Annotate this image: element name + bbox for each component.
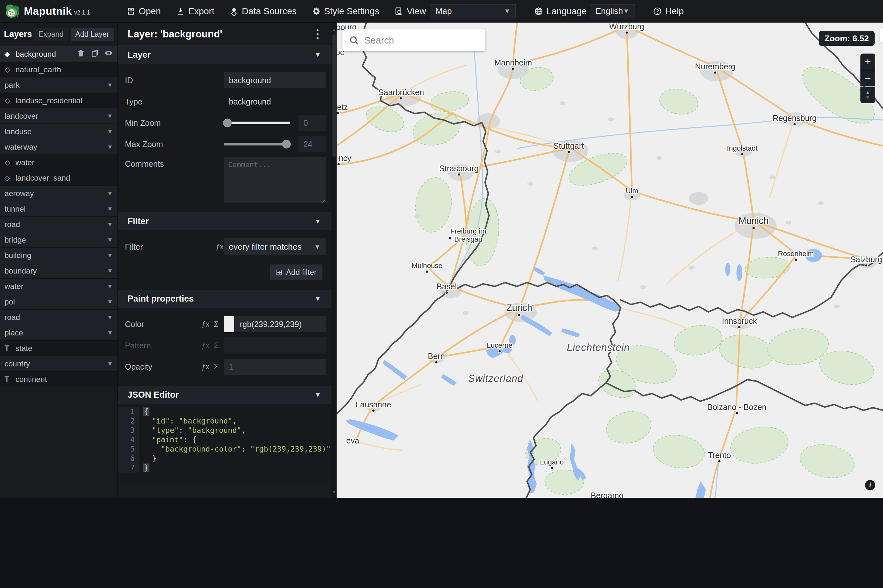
sigma-icon[interactable]: Σ <box>214 320 218 328</box>
add-filter-button[interactable]: ⊞ Add filter <box>270 264 323 280</box>
layer-name: landcover <box>5 112 38 121</box>
function-icon[interactable]: ƒx <box>216 243 224 251</box>
layer-group-place[interactable]: place▼ <box>0 325 117 340</box>
id-input[interactable] <box>224 72 326 88</box>
field-filter: Filter ƒx every filter matches ▼ <box>118 236 336 257</box>
comments-textarea[interactable] <box>224 157 326 202</box>
open-icon <box>126 6 136 16</box>
add-layer-button[interactable]: Add Layer <box>71 28 114 41</box>
layer-group-aeroway[interactable]: aeroway▼ <box>0 186 117 201</box>
layer-item-continent[interactable]: Tcontinent <box>0 372 117 387</box>
section-header-paint[interactable]: Paint properties ▼ <box>118 290 336 308</box>
visibility-eye-icon[interactable] <box>104 49 113 59</box>
search-icon <box>349 35 359 45</box>
add-filter-icon: ⊞ <box>276 267 283 278</box>
layer-name: tunnel <box>5 204 26 213</box>
menu-view[interactable]: View <box>394 6 426 16</box>
zoom-in-button[interactable]: + <box>860 54 875 70</box>
json-line-number: 2 <box>118 416 139 426</box>
language-select[interactable]: English ▼ <box>590 4 635 18</box>
maputnik-logo-icon[interactable] <box>5 3 21 20</box>
scrollbar-thumb[interactable] <box>332 34 336 157</box>
layer-name: bridge <box>5 236 26 244</box>
color-swatch[interactable] <box>224 316 234 332</box>
function-icon[interactable]: ƒx <box>201 341 209 350</box>
expand-button[interactable]: Expand <box>34 28 68 41</box>
layer-item-background[interactable]: ◆background <box>0 46 117 62</box>
scroll-down-icon[interactable]: ▼ <box>332 489 336 495</box>
layer-type-icon: ◇ <box>5 66 15 74</box>
layer-name: background <box>15 50 56 59</box>
json-line-number: 6 <box>118 454 139 463</box>
kebab-menu-icon[interactable] <box>317 29 318 39</box>
layer-group-road[interactable]: road▼ <box>0 217 117 232</box>
max-zoom-value[interactable]: 24 <box>299 136 326 152</box>
layer-group-poi[interactable]: poi▼ <box>0 294 117 310</box>
filter-combinator-select[interactable]: every filter matches ▼ <box>224 238 326 255</box>
layer-group-building[interactable]: building▼ <box>0 248 117 263</box>
max-zoom-slider-handle[interactable] <box>282 140 291 149</box>
section-header-json-editor[interactable]: JSON Editor ▼ <box>118 386 336 404</box>
section-header-layer[interactable]: Layer ▼ <box>118 46 336 64</box>
layer-editor-panel: Layer: 'background' Layer ▼ ID Type back… <box>118 22 336 498</box>
scroll-up-icon[interactable]: ▲ <box>332 27 336 32</box>
search-input[interactable] <box>364 35 481 46</box>
layer-item-landcover_sand[interactable]: ◇landcover_sand <box>0 170 117 186</box>
zoom-out-button[interactable]: − <box>860 70 875 87</box>
layer-editor-title: Layer: 'background' <box>128 28 222 40</box>
json-line-number: 4 <box>118 435 139 444</box>
layer-item-natural_earth[interactable]: ◇natural_earth <box>0 62 117 77</box>
layer-group-road[interactable]: road▼ <box>0 310 117 325</box>
app-version: v2.1.1 <box>74 9 90 16</box>
menu-data-sources[interactable]: Data Sources <box>229 6 297 16</box>
view-mode-select[interactable]: Map ▼ <box>430 4 516 18</box>
opacity-input[interactable] <box>224 358 326 375</box>
layer-group-country[interactable]: country▼ <box>0 356 117 372</box>
layer-group-tunnel[interactable]: tunnel▼ <box>0 201 117 217</box>
field-id: ID <box>118 70 336 91</box>
layer-group-landcover[interactable]: landcover▼ <box>0 108 117 124</box>
function-icon[interactable]: ƒx <box>201 363 209 371</box>
chevron-down-icon: ▼ <box>107 267 113 274</box>
layer-group-landuse[interactable]: landuse▼ <box>0 124 117 140</box>
function-icon[interactable]: ƒx <box>201 320 209 328</box>
menu-view-label: View <box>407 6 426 16</box>
layer-item-water[interactable]: ◇water <box>0 155 117 170</box>
layer-name: park <box>5 81 20 90</box>
pattern-input[interactable] <box>224 338 326 354</box>
min-zoom-slider[interactable] <box>224 122 290 124</box>
layer-item-landuse_residential[interactable]: ◇landuse_residential <box>0 93 117 108</box>
map-canvas[interactable]: WürzburgMannheimNurembergSaarbrückenRege… <box>336 22 883 498</box>
menu-language[interactable]: Language <box>534 6 587 16</box>
sigma-icon[interactable]: Σ <box>214 363 218 371</box>
chevron-down-icon: ▼ <box>314 218 321 225</box>
menu-export[interactable]: Export <box>176 6 214 16</box>
sigma-icon[interactable]: Σ <box>214 341 218 350</box>
menu-help[interactable]: Help <box>653 6 684 16</box>
layer-group-bridge[interactable]: bridge▼ <box>0 232 117 248</box>
section-header-filter[interactable]: Filter ▼ <box>118 212 336 230</box>
color-input[interactable] <box>234 316 326 332</box>
layer-name: water <box>15 158 35 167</box>
menu-open[interactable]: Open <box>126 6 161 16</box>
duplicate-layer-icon[interactable] <box>90 49 99 59</box>
field-color: Color ƒxΣ <box>118 314 336 335</box>
layer-group-park[interactable]: park▼ <box>0 77 117 93</box>
json-editor[interactable]: 1{2 "id": "background",3 "type": "backgr… <box>118 404 336 485</box>
layer-name: place <box>5 328 23 338</box>
edge-control-partial[interactable] <box>880 28 883 43</box>
attribution-info-button[interactable]: i <box>865 480 875 490</box>
field-opacity: Opacity ƒxΣ <box>118 356 336 377</box>
section-body-filter: Filter ƒx every filter matches ▼ ⊞ Add f… <box>118 230 336 290</box>
layer-group-waterway[interactable]: waterway▼ <box>0 140 117 155</box>
min-zoom-slider-handle[interactable] <box>223 119 232 128</box>
layer-item-state[interactable]: Tstate <box>0 340 117 356</box>
layer-group-boundary[interactable]: boundary▼ <box>0 263 117 279</box>
layer-group-water[interactable]: water▼ <box>0 279 117 294</box>
pitch-control-button[interactable]: ▲ ▼ <box>860 87 875 103</box>
min-zoom-value[interactable]: 0 <box>299 115 326 131</box>
max-zoom-slider[interactable] <box>224 143 290 146</box>
delete-layer-icon[interactable] <box>77 49 85 59</box>
json-line: 5 "background-color": "rgb(239,239,239)" <box>118 444 336 454</box>
menu-style-settings[interactable]: Style Settings <box>311 6 379 16</box>
